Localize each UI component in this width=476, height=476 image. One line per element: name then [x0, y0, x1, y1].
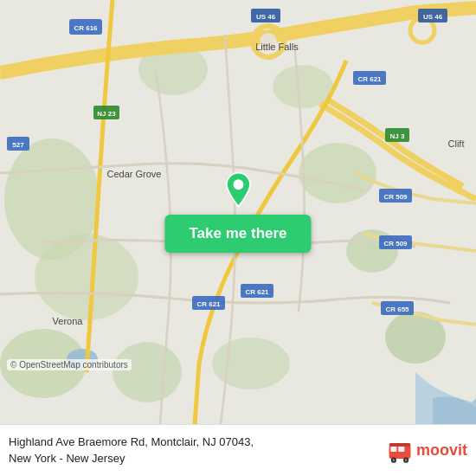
svg-text:CR 509: CR 509: [383, 193, 408, 201]
svg-rect-47: [390, 446, 396, 451]
svg-text:NJ 23: NJ 23: [97, 110, 116, 118]
svg-point-52: [405, 459, 408, 461]
svg-text:Little Falls: Little Falls: [255, 42, 299, 52]
svg-point-2: [35, 234, 138, 320]
svg-point-45: [233, 179, 243, 190]
svg-text:CR 621: CR 621: [245, 288, 269, 296]
moovit-bus-icon: [386, 437, 414, 465]
address-line2: New York - New Jersey: [9, 452, 125, 465]
svg-point-6: [113, 342, 182, 402]
moovit-brand-text: moovit: [416, 441, 467, 460]
bottom-bar: Highland Ave Braemore Rd, Montclair, NJ …: [0, 424, 476, 476]
moovit-logo: moovit: [386, 437, 467, 465]
address-line1: Highland Ave Braemore Rd, Montclair, NJ …: [9, 435, 254, 448]
svg-point-8: [273, 65, 333, 108]
svg-text:CR 621: CR 621: [357, 75, 382, 83]
svg-text:Verona: Verona: [53, 316, 84, 326]
svg-text:CR 509: CR 509: [383, 240, 408, 248]
svg-text:CR 655: CR 655: [385, 306, 409, 313]
map-container: CR 616 US 46 US 46 NJ 23 CR 621 NJ 3 CR …: [0, 0, 476, 424]
svg-text:Clift: Clift: [448, 138, 465, 149]
svg-text:US 46: US 46: [256, 13, 276, 21]
svg-text:US 46: US 46: [423, 13, 443, 21]
svg-point-7: [212, 338, 290, 389]
address-text: Highland Ave Braemore Rd, Montclair, NJ …: [9, 434, 377, 466]
svg-text:Cedar Grove: Cedar Grove: [107, 169, 162, 179]
svg-text:527: 527: [12, 141, 24, 149]
svg-text:NJ 3: NJ 3: [390, 132, 405, 140]
button-overlay: Take me there: [164, 171, 311, 253]
svg-rect-48: [398, 446, 404, 451]
take-me-there-button[interactable]: Take me there: [164, 215, 311, 253]
svg-text:CR 616: CR 616: [74, 24, 98, 32]
svg-rect-53: [389, 443, 411, 447]
location-pin-icon: [219, 171, 257, 209]
osm-credit: © OpenStreetMap contributors: [7, 359, 132, 370]
svg-point-50: [393, 459, 396, 461]
svg-text:CR 621: CR 621: [196, 300, 221, 308]
